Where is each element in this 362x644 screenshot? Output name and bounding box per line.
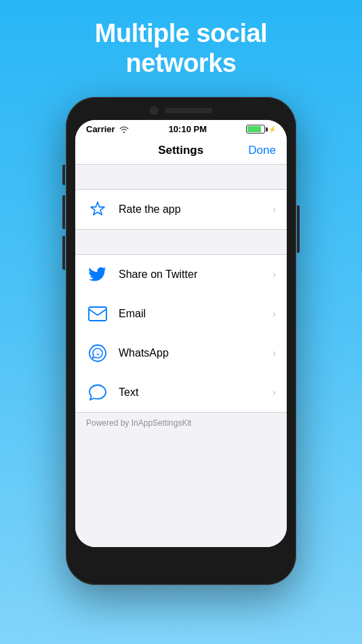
carrier-label: Carrier — [86, 124, 115, 134]
share-twitter-label: Share on Twitter — [119, 268, 273, 281]
settings-group-1: Rate the app › — [75, 189, 287, 230]
whatsapp-row[interactable]: WhatsApp › — [75, 334, 287, 373]
speaker-grille — [165, 108, 212, 113]
phone-top-bar — [75, 106, 287, 115]
chevron-icon: › — [273, 347, 276, 359]
nav-title: Settings — [158, 144, 203, 157]
settings-group-2: Share on Twitter › Email › — [75, 254, 287, 413]
phone-screen: Carrier 10:10 PM ⚡ Settings Done — [75, 120, 287, 547]
rate-app-label: Rate the app — [119, 203, 273, 216]
star-icon — [86, 198, 109, 221]
email-label: Email — [119, 308, 273, 320]
battery-fill — [247, 126, 261, 132]
email-icon — [86, 302, 109, 325]
phone-shell: Carrier 10:10 PM ⚡ Settings Done — [66, 97, 296, 585]
chevron-icon: › — [273, 203, 276, 216]
twitter-icon — [86, 263, 109, 286]
footer-text: Powered by InAppSettingsKit — [75, 413, 287, 433]
side-button-mute — [62, 165, 65, 185]
status-right: ⚡ — [246, 125, 276, 134]
whatsapp-label: WhatsApp — [119, 347, 273, 359]
settings-content: Rate the app › Share on Twitter › — [75, 165, 287, 547]
done-button[interactable]: Done — [248, 144, 276, 157]
text-message-icon — [86, 381, 109, 404]
status-time: 10:10 PM — [169, 124, 207, 134]
section-spacer-2 — [75, 230, 287, 254]
svg-rect-0 — [89, 307, 106, 321]
nav-bar: Settings Done — [75, 137, 287, 165]
side-button-vol-up — [62, 195, 65, 229]
chevron-icon: › — [273, 308, 276, 320]
wifi-icon — [119, 126, 129, 133]
text-label: Text — [119, 386, 273, 399]
status-left: Carrier — [86, 124, 129, 134]
text-row[interactable]: Text › — [75, 373, 287, 412]
chevron-icon: › — [273, 386, 276, 399]
charging-bolt: ⚡ — [268, 126, 276, 133]
battery-icon — [246, 125, 265, 134]
share-twitter-row[interactable]: Share on Twitter › — [75, 255, 287, 294]
side-button-vol-down — [62, 236, 65, 270]
side-button-power — [297, 205, 300, 253]
status-bar: Carrier 10:10 PM ⚡ — [75, 120, 287, 137]
front-camera — [150, 106, 158, 115]
section-spacer-1 — [75, 165, 287, 189]
hero-title: Multiple socialnetworks — [95, 19, 267, 78]
email-row[interactable]: Email › — [75, 294, 287, 334]
chevron-icon: › — [273, 268, 276, 281]
rate-app-row[interactable]: Rate the app › — [75, 190, 287, 229]
svg-point-1 — [89, 345, 106, 361]
whatsapp-icon — [86, 342, 109, 365]
